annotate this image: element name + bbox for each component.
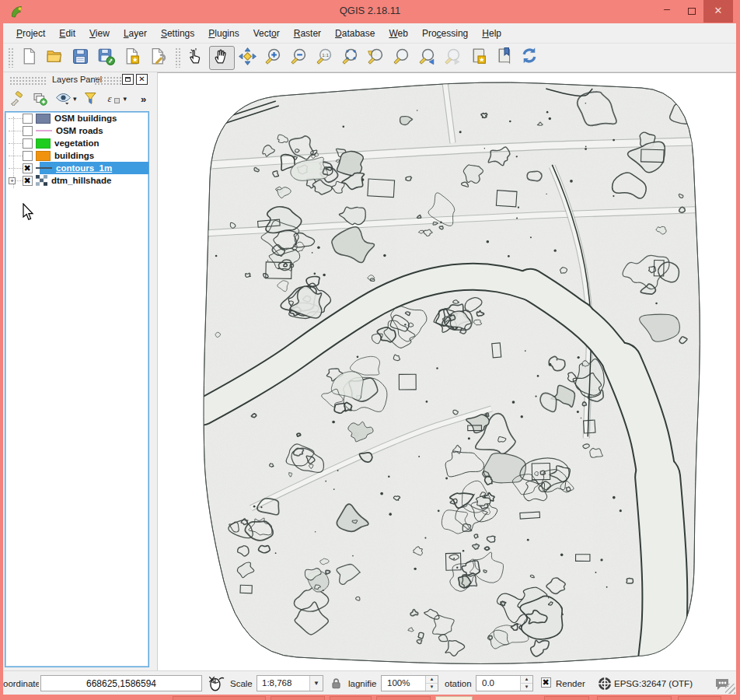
touch-zoom-button[interactable] <box>183 46 209 70</box>
panel-float-button[interactable] <box>122 74 134 85</box>
layer-item-vegetation[interactable]: vegetation <box>5 137 148 149</box>
menu-web[interactable]: Web <box>382 25 414 42</box>
hillshade-contour-map <box>158 73 736 670</box>
show-bookmarks-icon <box>494 47 514 68</box>
lock-scale-icon[interactable] <box>330 671 343 695</box>
map-canvas[interactable] <box>157 72 736 670</box>
filter-legend-icon <box>82 90 98 108</box>
chevron-down-icon[interactable]: ▼ <box>309 676 323 691</box>
close-button[interactable]: ✕ <box>703 0 733 23</box>
zoom-to-layer-icon <box>366 47 386 68</box>
taskbar-segment <box>271 696 325 700</box>
spin-down-icon[interactable]: ▼ <box>426 684 438 691</box>
spinner-arrows[interactable]: ▲▼ <box>425 676 438 691</box>
save-project-button[interactable] <box>68 46 93 70</box>
maximize-button[interactable] <box>680 0 703 23</box>
resize-grip[interactable] <box>725 684 735 694</box>
zoom-to-selection-icon <box>392 47 411 68</box>
zoom-out-button[interactable] <box>286 46 312 70</box>
zoom-to-selection-button[interactable] <box>389 46 414 70</box>
layer-item-osm-roads[interactable]: OSM roads <box>5 124 148 137</box>
show-bookmarks-button[interactable] <box>491 46 517 70</box>
menu-vector[interactable]: Vector <box>246 25 287 42</box>
magnifier-spinbox[interactable]: 100% ▲▼ <box>381 675 438 691</box>
spinner-arrows[interactable]: ▲▼ <box>520 676 532 691</box>
toolbar-drag-handle[interactable] <box>175 47 181 68</box>
layer-tree[interactable]: OSM buildingsOSM roadsvegetationbuilding… <box>5 111 149 667</box>
layer-item-osm-buildings[interactable]: OSM buildings <box>5 112 148 124</box>
titlebar[interactable]: QGIS 2.18.11 – ✕ <box>0 0 740 23</box>
layers-panel-header[interactable]: Layers Panel ✕ <box>3 72 151 88</box>
zoom-next-button[interactable] <box>440 46 466 70</box>
layer-item-buildings[interactable]: buildings <box>5 149 148 162</box>
rotation-spinbox[interactable]: 0.0 ▲▼ <box>476 675 533 691</box>
layer-visibility-checkbox[interactable] <box>23 151 33 161</box>
main-toolbar: 1:1 <box>3 44 736 72</box>
layer-item-contours-1m[interactable]: contours_1m <box>5 162 148 174</box>
spin-up-icon[interactable]: ▲ <box>426 676 438 684</box>
expression-filter-button[interactable]: ε <box>103 89 124 108</box>
zoom-full-button[interactable] <box>337 46 363 70</box>
zoom-native-icon: 1:1 <box>315 47 334 68</box>
new-bookmark-button[interactable] <box>466 46 491 70</box>
chevron-down-icon[interactable]: ▾ <box>73 95 77 103</box>
zoom-in-button[interactable] <box>260 46 286 70</box>
menu-edit[interactable]: Edit <box>52 25 82 42</box>
menu-layer[interactable]: Layer <box>117 25 154 42</box>
panel-toolbar-overflow-button[interactable]: » <box>141 93 146 105</box>
scale-combobox[interactable]: 1:8,768 ▼ <box>257 675 323 691</box>
zoom-to-layer-button[interactable] <box>363 46 389 70</box>
add-group-icon <box>32 90 47 108</box>
add-group-button[interactable] <box>30 89 50 108</box>
minimize-button[interactable]: – <box>655 0 679 23</box>
chevron-down-icon[interactable]: ▾ <box>124 95 127 103</box>
taskbar-segment <box>435 696 473 700</box>
open-project-icon <box>45 47 65 68</box>
spin-up-icon[interactable]: ▲ <box>521 676 532 684</box>
layer-visibility-checkbox[interactable] <box>23 163 33 173</box>
new-project-button[interactable] <box>16 46 42 70</box>
menu-view[interactable]: View <box>82 25 117 42</box>
crs-status[interactable]: EPSG:32647 (OTF) <box>614 671 693 695</box>
crs-globe-icon[interactable] <box>597 671 613 695</box>
spin-down-icon[interactable]: ▼ <box>521 684 532 691</box>
toolbar-drag-handle[interactable] <box>8 47 14 68</box>
mouse-position-icon[interactable] <box>207 671 225 695</box>
menu-settings[interactable]: Settings <box>154 25 201 42</box>
expression-filter-icon: ε <box>106 90 121 108</box>
refresh-button[interactable] <box>517 46 543 70</box>
window-frame-right <box>736 0 740 700</box>
pan-map-button[interactable] <box>209 46 235 70</box>
styling-dock-button[interactable] <box>6 89 26 108</box>
menu-plugins[interactable]: Plugins <box>201 25 246 42</box>
open-project-button[interactable] <box>42 46 68 70</box>
new-composer-button[interactable] <box>119 46 145 70</box>
zoom-next-icon <box>443 47 462 68</box>
coordinate-input[interactable] <box>40 675 202 691</box>
tree-connector <box>9 168 23 169</box>
layer-item-dtm-hillshade[interactable]: +dtm_hillshade <box>5 174 148 187</box>
expand-icon[interactable]: + <box>9 177 16 184</box>
menu-processing[interactable]: Processing <box>415 25 475 42</box>
manage-visibility-button[interactable] <box>53 89 73 108</box>
menu-project[interactable]: Project <box>9 25 52 42</box>
render-checkbox[interactable] <box>541 677 551 688</box>
layer-swatch-fill <box>36 151 51 161</box>
zoom-native-button[interactable]: 1:1 <box>312 46 337 70</box>
zoom-full-icon <box>340 47 360 68</box>
zoom-last-button[interactable] <box>414 46 440 70</box>
layer-visibility-checkbox[interactable] <box>23 126 33 136</box>
layer-visibility-checkbox[interactable] <box>23 176 33 186</box>
menu-database[interactable]: Database <box>328 25 382 42</box>
mouse-cursor <box>23 203 36 222</box>
layer-visibility-checkbox[interactable] <box>23 138 33 149</box>
save-project-as-button[interactable] <box>93 46 119 70</box>
menu-help[interactable]: Help <box>475 25 508 42</box>
styling-dock-icon <box>9 90 24 108</box>
layer-visibility-checkbox[interactable] <box>23 114 33 124</box>
composer-manager-button[interactable] <box>145 46 170 70</box>
panel-close-button[interactable]: ✕ <box>136 74 148 85</box>
menu-raster[interactable]: Raster <box>287 25 328 42</box>
filter-legend-button[interactable] <box>80 89 100 108</box>
pan-to-selection-button[interactable] <box>235 46 260 70</box>
